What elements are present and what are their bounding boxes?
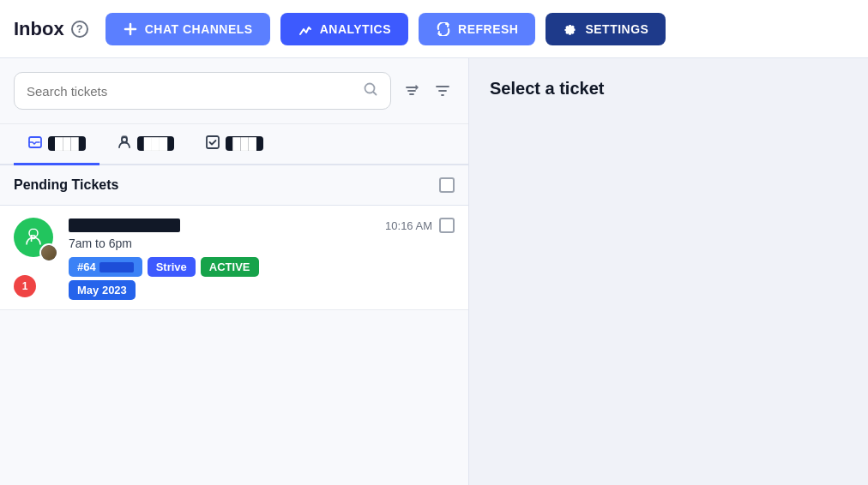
help-icon[interactable]: ? bbox=[71, 21, 88, 38]
refresh-icon bbox=[436, 21, 451, 37]
tab-agents[interactable]: ███ bbox=[103, 124, 189, 165]
header: Inbox ? CHAT CHANNELS ANALYTICS bbox=[0, 0, 868, 58]
ticket-name bbox=[69, 219, 180, 232]
filter-icon[interactable] bbox=[431, 79, 455, 103]
avatar-sub bbox=[39, 243, 58, 262]
search-actions bbox=[400, 79, 455, 103]
tab-resolved[interactable]: ███ bbox=[191, 124, 277, 165]
search-container bbox=[0, 58, 468, 124]
settings-label: SETTINGS bbox=[585, 22, 648, 36]
notification-badge: 1 bbox=[14, 275, 36, 297]
search-box bbox=[14, 72, 391, 110]
select-ticket-label: Select a ticket bbox=[490, 79, 604, 99]
tag-active[interactable]: ACTIVE bbox=[201, 257, 259, 277]
avatar: P bbox=[14, 218, 58, 262]
chat-channels-label: CHAT CHANNELS bbox=[145, 22, 253, 36]
left-panel: ███ ███ ███ bbox=[0, 58, 469, 485]
tab-agents-badge: ███ bbox=[137, 136, 175, 151]
tab-inbox[interactable]: ███ bbox=[14, 124, 99, 165]
sort-icon[interactable] bbox=[400, 79, 424, 103]
gear-icon bbox=[563, 21, 578, 37]
analytics-button[interactable]: ANALYTICS bbox=[280, 13, 408, 45]
tabs-bar: ███ ███ ███ bbox=[0, 124, 468, 165]
ticket-content: 10:16 AM 7am to 6pm #64 Strive ACTIVE bbox=[69, 218, 455, 297]
tab-resolved-badge: ███ bbox=[226, 136, 263, 151]
plus-icon bbox=[123, 21, 138, 37]
ticket-row-header: 10:16 AM bbox=[69, 218, 455, 233]
ticket-checkbox[interactable] bbox=[439, 218, 455, 233]
search-input[interactable] bbox=[27, 84, 356, 99]
chat-channels-button[interactable]: CHAT CHANNELS bbox=[105, 13, 270, 45]
tag-strive[interactable]: Strive bbox=[148, 257, 196, 277]
ticket-date-tags: May 2023 bbox=[69, 282, 455, 297]
tag-id-bar bbox=[99, 262, 134, 272]
tag-id[interactable]: #64 bbox=[69, 257, 142, 277]
refresh-label: REFRESH bbox=[458, 22, 518, 36]
inbox-label: Inbox bbox=[14, 18, 64, 40]
ticket-time: 10:16 AM bbox=[385, 218, 455, 233]
select-all-checkbox[interactable] bbox=[439, 177, 455, 193]
ticket-subtitle: 7am to 6pm bbox=[69, 237, 455, 250]
svg-rect-4 bbox=[207, 136, 219, 148]
main-content: ███ ███ ███ bbox=[0, 58, 868, 485]
section-header: Pending Tickets bbox=[0, 165, 468, 206]
refresh-button[interactable]: REFRESH bbox=[419, 13, 535, 45]
right-panel: Select a ticket bbox=[469, 58, 868, 485]
table-row[interactable]: P 10:16 AM 7am to 6pm bbox=[0, 206, 468, 310]
chart-icon bbox=[298, 21, 313, 37]
svg-point-0 bbox=[365, 84, 375, 93]
analytics-label: ANALYTICS bbox=[320, 22, 391, 36]
section-title: Pending Tickets bbox=[14, 177, 118, 193]
tickets-list: P 10:16 AM 7am to 6pm bbox=[0, 206, 468, 485]
tab-inbox-badge: ███ bbox=[48, 136, 86, 151]
tag-date[interactable]: May 2023 bbox=[69, 280, 136, 300]
check-tab-icon bbox=[205, 135, 220, 153]
settings-button[interactable]: SETTINGS bbox=[546, 13, 666, 45]
inbox-tab-icon bbox=[27, 135, 43, 153]
page-title: Inbox ? bbox=[14, 18, 88, 40]
svg-text:P: P bbox=[30, 233, 36, 243]
agent-tab-icon bbox=[117, 135, 132, 153]
ticket-tags: #64 Strive ACTIVE bbox=[69, 257, 455, 277]
search-icon bbox=[363, 81, 378, 100]
